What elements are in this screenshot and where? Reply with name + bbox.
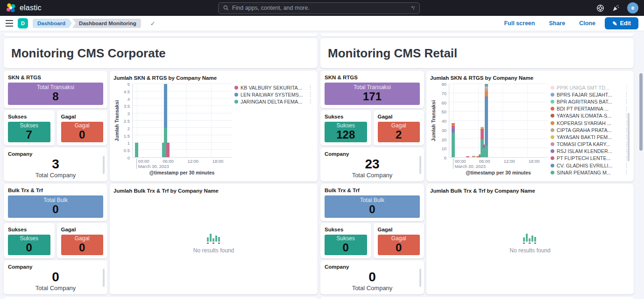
bar-segment[interactable] [166, 143, 170, 157]
no-results-message: No results found [430, 194, 630, 292]
legend-color-dot [551, 107, 554, 111]
bar-segment[interactable] [485, 84, 488, 86]
bar-segment[interactable] [452, 126, 455, 128]
legend-item[interactable]: YAYASAN ILOMATA-S...⋮ [551, 112, 630, 119]
dashboard-toolbar: D Dashboard Dashboard Monitoring ✓ Full … [0, 16, 644, 31]
total-bulk-metric: Total Bulk 0 [325, 195, 420, 218]
legend-menu-icon[interactable]: ⋮ [623, 106, 630, 112]
panel-scrollbar[interactable] [103, 156, 105, 174]
legend-item[interactable]: PPIK UNIGA SMT TD...⋮ [551, 84, 630, 91]
bar-segment[interactable] [135, 143, 138, 157]
elastic-brand[interactable]: elastic [6, 3, 42, 13]
total-company-metric: 0 Total Company [8, 270, 103, 292]
bar-segment[interactable] [466, 156, 469, 157]
retail-bulk-company-panel: Company 0 Total Company [320, 260, 424, 294]
brand-text: elastic [20, 4, 42, 12]
breadcrumb-dashboard[interactable]: Dashboard [33, 19, 72, 28]
corp-skn-rtgs-panel: SKN & RTGS Total Transaksi 8 [4, 71, 107, 108]
legend-label: BPRS FAJAR SEJAHT... [557, 92, 621, 97]
retail-skn-rtgs-panel: SKN & RTGS Total Transaksi 171 [320, 71, 424, 108]
gridline [133, 120, 232, 121]
corp-skn-company-panel: Company 3 Total Company [4, 147, 107, 181]
panel-scrollbar[interactable] [419, 156, 421, 174]
legend-item[interactable]: BDI PT PERTAMINA ...⋮ [551, 105, 630, 112]
dashboard-content: Monitoring CMS Corporate SKN & RTGS Tota… [0, 31, 644, 299]
legend-item[interactable]: CV. GLADHIS EVRILLI...⋮ [551, 162, 630, 169]
page-scrollbar[interactable] [639, 73, 643, 151]
legend-item[interactable]: SINAR PEMATANG M...⋮ [551, 169, 630, 176]
global-search[interactable]: */ [218, 2, 420, 14]
legend-item[interactable]: JARINGAN DELTA FEMA...⋮ [234, 98, 314, 105]
space-avatar[interactable]: D [18, 18, 28, 28]
edit-button[interactable]: ✎ Edit [605, 17, 638, 29]
x-tick-label: 18:00 [527, 159, 540, 164]
bar-segment[interactable] [481, 129, 484, 139]
sukses-metric: Sukses 0 [325, 235, 367, 255]
total-bulk-metric: Total Bulk 0 [8, 195, 103, 218]
full-screen-button[interactable]: Full screen [499, 20, 539, 27]
help-icon[interactable] [596, 4, 604, 12]
plot-area [132, 84, 232, 158]
bar-segment[interactable] [485, 146, 488, 158]
bar-segment[interactable] [485, 97, 488, 145]
legend-item[interactable]: CIPTA GRAHA PRATA...⋮ [551, 126, 630, 133]
gagal-metric: Gagal 0 [378, 235, 420, 255]
breadcrumb-dashboard-monitoring[interactable]: Dashboard Monitoring [72, 19, 141, 28]
chart-title: Jumlah Bulk Trx & Trf by Company Name [113, 188, 314, 194]
y-tick-label: 2 [127, 125, 130, 131]
bar-segment[interactable] [485, 91, 488, 97]
legend-menu-icon[interactable]: ⋮ [307, 84, 314, 90]
news-feed-icon[interactable] [612, 4, 620, 12]
bar-segment[interactable] [452, 128, 455, 132]
legend-item[interactable]: TOMASI CIPTA KARY...⋮ [551, 141, 630, 148]
share-button[interactable]: Share [544, 20, 570, 27]
legend-item[interactable]: LEN RAILWAY SYSTEMS...⋮ [234, 91, 314, 98]
bar-segment[interactable] [485, 89, 488, 91]
scrolled-panels-top [4, 33, 640, 36]
legend-item[interactable]: BPR AGRITRANS BAT...⋮ [551, 98, 630, 105]
legend-item[interactable]: RSJ ISLAM KLENDER...⋮ [551, 148, 630, 155]
plot-area [449, 84, 548, 158]
y-axis-title: Jumlah Transaksi [113, 84, 120, 158]
bar-segment[interactable] [485, 86, 488, 87]
legend-item[interactable]: YAYASAN BAKTI PEM...⋮ [551, 133, 630, 140]
bar-segment[interactable] [481, 127, 484, 129]
legend-item[interactable]: PT FLIPTECH LENTE...⋮ [551, 155, 630, 162]
dashboard-corporate: Monitoring CMS Corporate SKN & RTGS Tota… [4, 38, 318, 297]
y-tick-label: 40 [441, 118, 446, 124]
menu-hamburger-icon[interactable] [6, 20, 13, 27]
legend-menu-icon[interactable]: ⋮ [307, 91, 314, 97]
legend-item[interactable]: KOPERASI SYARIAH ...⋮ [551, 119, 630, 126]
retail-skn-chart-panel: Jumlah SKN & RTGS by Company Name Jumlah… [426, 71, 634, 181]
clone-button[interactable]: Clone [574, 20, 600, 27]
search-input[interactable] [232, 5, 408, 11]
legend-scrollbar[interactable] [628, 113, 630, 161]
panel-scrollbar[interactable] [103, 269, 105, 287]
gridline [133, 98, 232, 98]
legend-color-dot [551, 86, 554, 90]
legend-menu-icon[interactable]: ⋮ [623, 162, 630, 168]
legend-menu-icon[interactable]: ⋮ [307, 98, 314, 104]
legend-item[interactable]: KB VALBURY SEKURITA...⋮ [234, 84, 314, 91]
bar-segment[interactable] [452, 132, 455, 157]
legend-menu-icon[interactable]: ⋮ [623, 84, 630, 90]
legend-menu-icon[interactable]: ⋮ [623, 98, 630, 104]
corp-bulk-panel: Bulk Trx & Trf Total Bulk 0 [4, 184, 107, 221]
retail-title-panel: Monitoring CMS Retail [320, 38, 634, 68]
gridline [133, 105, 232, 106]
bar-segment[interactable] [452, 124, 455, 126]
user-avatar[interactable]: e [627, 2, 638, 14]
bar-segment[interactable] [485, 97, 488, 97]
bar-segment[interactable] [472, 156, 475, 157]
legend-item[interactable]: BPRS FAJAR SEJAHT...⋮ [551, 91, 630, 98]
bar-segment[interactable] [485, 87, 488, 89]
bar-segment[interactable] [164, 84, 167, 128]
legend-color-dot [551, 93, 554, 97]
legend-menu-icon[interactable]: ⋮ [623, 169, 630, 175]
legend-menu-icon[interactable]: ⋮ [623, 91, 630, 97]
total-company-metric: 23 Total Company [325, 157, 420, 179]
bar-segment[interactable] [452, 123, 455, 124]
breadcrumb: Dashboard Dashboard Monitoring [33, 19, 141, 28]
legend-color-dot [551, 121, 554, 125]
panel-scrollbar[interactable] [419, 269, 421, 287]
